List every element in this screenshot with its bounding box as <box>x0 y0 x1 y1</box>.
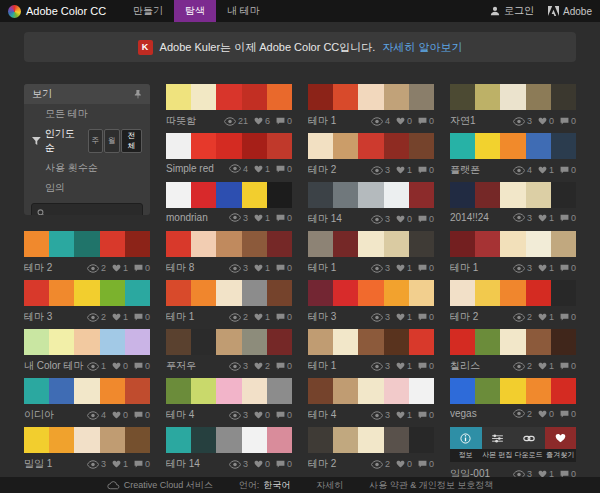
theme-card[interactable]: 테마 1310 <box>308 329 434 378</box>
likes-stat[interactable]: 1 <box>538 213 554 223</box>
color-swatch[interactable] <box>409 378 434 404</box>
color-swatch[interactable] <box>358 427 383 453</box>
color-swatch[interactable] <box>100 427 125 453</box>
likes-stat[interactable]: 1 <box>396 361 412 371</box>
language-value[interactable]: 한국어 <box>263 479 290 492</box>
likes-stat[interactable]: 0 <box>396 116 412 126</box>
theme-swatches[interactable] <box>308 280 434 306</box>
color-swatch[interactable] <box>526 84 551 110</box>
theme-swatches[interactable] <box>450 133 576 159</box>
color-swatch[interactable] <box>216 427 241 453</box>
theme-card[interactable]: 테마 4310 <box>308 378 434 427</box>
color-swatch[interactable] <box>74 231 99 257</box>
likes-stat[interactable]: 1 <box>112 459 128 469</box>
color-swatch[interactable] <box>125 378 150 404</box>
color-swatch[interactable] <box>308 427 333 453</box>
menu-item-my-themes[interactable]: 내 테마 <box>216 0 271 22</box>
theme-card[interactable]: 테마 2310 <box>308 133 434 182</box>
color-swatch[interactable] <box>216 378 241 404</box>
color-swatch[interactable] <box>100 280 125 306</box>
color-swatch[interactable] <box>191 378 216 404</box>
color-swatch[interactable] <box>551 133 576 159</box>
color-swatch[interactable] <box>49 280 74 306</box>
color-swatch[interactable] <box>166 182 191 208</box>
color-swatch[interactable] <box>475 329 500 355</box>
color-swatch[interactable] <box>500 378 525 404</box>
color-swatch[interactable] <box>216 231 241 257</box>
color-swatch[interactable] <box>333 231 358 257</box>
likes-stat[interactable]: 1 <box>396 312 412 322</box>
color-swatch[interactable] <box>24 378 49 404</box>
theme-swatches[interactable] <box>308 378 434 404</box>
color-swatch[interactable] <box>242 231 267 257</box>
color-swatch[interactable] <box>358 378 383 404</box>
theme-card[interactable]: 밀일 1310 <box>24 427 150 476</box>
theme-swatches[interactable] <box>24 427 150 453</box>
color-swatch[interactable] <box>450 231 475 257</box>
learn-more-link[interactable]: 자세히 알아보기 <box>382 40 462 55</box>
color-swatch[interactable] <box>450 133 475 159</box>
theme-swatches[interactable] <box>24 329 150 355</box>
adobe-link[interactable]: Adobe <box>548 6 592 17</box>
search-box[interactable] <box>31 203 143 215</box>
theme-swatches[interactable] <box>24 378 150 404</box>
likes-stat[interactable]: 1 <box>396 410 412 420</box>
color-swatch[interactable] <box>242 378 267 404</box>
overlay-info-button[interactable]: 정보 <box>450 427 482 462</box>
color-swatch[interactable] <box>216 133 241 159</box>
sidebar-item-all-themes[interactable]: 모든 테마 <box>24 104 150 124</box>
color-swatch[interactable] <box>358 231 383 257</box>
color-swatch[interactable] <box>500 280 525 306</box>
likes-stat[interactable]: 1 <box>396 263 412 273</box>
theme-card[interactable]: 플랫폰410 <box>450 133 576 182</box>
color-swatch[interactable] <box>475 182 500 208</box>
color-swatch[interactable] <box>308 231 333 257</box>
color-swatch[interactable] <box>384 133 409 159</box>
theme-card[interactable]: 정보사본 편집다운로드즐겨찾기일일-001310 <box>450 427 576 476</box>
color-swatch[interactable] <box>100 231 125 257</box>
theme-swatches[interactable] <box>24 280 150 306</box>
likes-stat[interactable]: 1 <box>538 312 554 322</box>
color-swatch[interactable] <box>308 84 333 110</box>
theme-card[interactable]: 테마 1310 <box>450 231 576 280</box>
theme-card[interactable]: 테마 1400 <box>308 84 434 133</box>
theme-card[interactable]: 테마 4300 <box>166 378 292 427</box>
color-swatch[interactable] <box>450 378 475 404</box>
color-swatch[interactable] <box>216 84 241 110</box>
color-swatch[interactable] <box>526 231 551 257</box>
color-swatch[interactable] <box>74 378 99 404</box>
color-swatch[interactable] <box>242 280 267 306</box>
theme-swatches[interactable] <box>166 182 292 208</box>
color-swatch[interactable] <box>526 182 551 208</box>
color-swatch[interactable] <box>475 378 500 404</box>
likes-stat[interactable]: 1 <box>254 213 270 223</box>
color-swatch[interactable] <box>500 182 525 208</box>
theme-card[interactable]: 테마 8310 <box>166 231 292 280</box>
color-swatch[interactable] <box>500 231 525 257</box>
color-swatch[interactable] <box>358 84 383 110</box>
search-input[interactable] <box>49 206 137 215</box>
sidebar-item-popularity[interactable]: 인기도순 주 월 전체 <box>24 124 150 158</box>
color-swatch[interactable] <box>333 182 358 208</box>
color-swatch[interactable] <box>475 84 500 110</box>
color-swatch[interactable] <box>333 84 358 110</box>
likes-stat[interactable]: 1 <box>254 263 270 273</box>
color-swatch[interactable] <box>384 231 409 257</box>
likes-stat[interactable]: 0 <box>254 459 270 469</box>
color-swatch[interactable] <box>49 427 74 453</box>
likes-stat[interactable]: 0 <box>538 409 554 419</box>
theme-card[interactable]: 2014!!24310 <box>450 182 576 231</box>
color-swatch[interactable] <box>166 378 191 404</box>
color-swatch[interactable] <box>74 427 99 453</box>
theme-swatches[interactable] <box>166 427 292 453</box>
color-swatch[interactable] <box>358 329 383 355</box>
color-swatch[interactable] <box>166 427 191 453</box>
color-swatch[interactable] <box>308 182 333 208</box>
color-swatch[interactable] <box>358 182 383 208</box>
color-swatch[interactable] <box>333 280 358 306</box>
color-swatch[interactable] <box>409 427 434 453</box>
theme-swatches[interactable] <box>450 378 576 404</box>
color-swatch[interactable] <box>267 329 292 355</box>
theme-swatches[interactable] <box>308 427 434 453</box>
theme-card[interactable]: 자연1300 <box>450 84 576 133</box>
